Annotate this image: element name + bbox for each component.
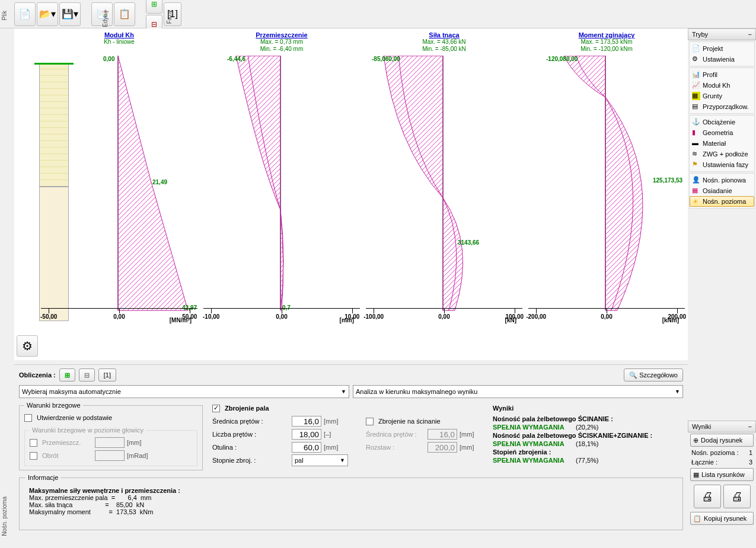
- paste-button[interactable]: 📋: [114, 2, 135, 26]
- results-panel: Wyniki− ⊕Dodaj rysunek Nośn. pozioma :1 …: [688, 338, 756, 526]
- chart-moment: Moment zginający Max. = 173,53 kNm Min. …: [525, 31, 688, 360]
- detail-button[interactable]: 🔍 Szczegółowo: [624, 368, 683, 382]
- reinf-checkbox[interactable]: [212, 405, 220, 412]
- boundary-conditions: Warunki brzegowe Utwierdzenie w podstawi…: [19, 402, 203, 470]
- chart-area: Moduł Kh Kh - liniowe 0,00 21,49 42,97 -…: [14, 28, 688, 360]
- file-label: Plik: [1, 11, 8, 20]
- print-color-button[interactable]: 🖨: [723, 485, 751, 508]
- reinf-degree-dropdown[interactable]: pal▼: [292, 454, 348, 466]
- mode-water[interactable]: ≋ZWG + podłoże: [690, 149, 754, 159]
- copy-icon: 📋: [693, 515, 701, 523]
- cover-input[interactable]: [292, 442, 321, 453]
- calc-remove-button[interactable]: ⊟: [79, 368, 95, 382]
- mode-horizontal[interactable]: ☀Nośn. pozioma: [690, 196, 754, 207]
- info-box: Informacje Maksymalne siły wewnętrzne i …: [19, 474, 683, 530]
- mode-settlement[interactable]: ▦Osiadanie: [690, 185, 754, 196]
- drawing-list-button[interactable]: ▦Lista rysunków: [690, 468, 754, 481]
- chart-displacement: Przemieszczenie Max. = 0,73 mm Min. = -6…: [200, 31, 363, 360]
- calculations-label: Obliczenia :: [19, 371, 56, 379]
- results-box: Wyniki Nośność pala żelbetowego ŚCINANIE…: [488, 402, 683, 470]
- save-file-button[interactable]: 💾▾: [59, 2, 81, 26]
- rot-checkbox: [30, 452, 37, 460]
- side-label: Nośn. pozioma: [1, 496, 8, 536]
- bar-count-input[interactable]: [292, 429, 321, 440]
- print-button[interactable]: 🖨: [694, 485, 721, 508]
- analysis-dir-dropdown[interactable]: Analiza w kierunku maksymalnego wyniku▼: [353, 385, 683, 398]
- mode-kh[interactable]: 📈Moduł Kh: [690, 80, 754, 91]
- mode-geometry[interactable]: ▮Geometria: [690, 127, 754, 138]
- spacing-input: [428, 442, 457, 453]
- mode-settings[interactable]: ⚙Ustawienia: [690, 54, 754, 65]
- base-fix-checkbox[interactable]: [24, 414, 32, 422]
- modes-header: Tryby−: [688, 28, 756, 40]
- chevron-down-icon: ▼: [675, 389, 680, 395]
- detail-icon: 🔍: [629, 371, 637, 379]
- mode-assign[interactable]: ▤Przyporządkow.: [690, 101, 754, 112]
- phase-label: Faza: [166, 11, 173, 24]
- max-select-dropdown[interactable]: Wybieraj maksyma automatycznie▼: [19, 385, 349, 398]
- add-icon: ⊕: [693, 437, 698, 444]
- shear-reinf-checkbox[interactable]: [366, 418, 374, 425]
- mode-profile[interactable]: 📊Profil: [690, 69, 754, 80]
- mode-soils[interactable]: ▦Grunty: [690, 91, 754, 101]
- chart-modul-kh: Moduł Kh Kh - liniowe 0,00 21,49 42,97 -…: [38, 31, 200, 360]
- bottom-panel: Obliczenia : ⊞ ⊟ [1] 🔍 Szczegółowo Wybie…: [14, 364, 688, 548]
- edit-label: Edytuj: [102, 11, 109, 27]
- minimize-icon[interactable]: −: [748, 31, 752, 38]
- minimize-icon[interactable]: −: [748, 423, 752, 430]
- calc-phase-button[interactable]: [1]: [98, 368, 116, 382]
- shear-dia-input: [428, 429, 457, 440]
- calc-add-button[interactable]: ⊞: [59, 368, 75, 382]
- add-drawing-button[interactable]: ⊕Dodaj rysunek: [690, 434, 754, 447]
- phase-add-button[interactable]: ⊞: [146, 0, 162, 14]
- chevron-down-icon: ▼: [341, 389, 346, 395]
- bar-dia-input[interactable]: [292, 416, 321, 427]
- chart-subtitle: Kh - liniowe: [41, 39, 197, 46]
- open-file-button[interactable]: 📂▾: [37, 2, 58, 26]
- disp-input: [95, 437, 125, 448]
- reinforcement: Zbrojenie pala Średnica prętów :[mm] Lic…: [208, 402, 483, 470]
- disp-checkbox: [30, 439, 37, 447]
- rot-input: [95, 450, 125, 461]
- mode-project[interactable]: 📄Projekt: [690, 43, 754, 54]
- mode-load[interactable]: ⚓Obciążenie: [690, 117, 754, 127]
- main-toolbar: Plik 📄 📂▾ 💾▾ Edytuj 📑 📋 Faza ⊞ ⊟ [1]: [0, 0, 756, 28]
- copy-drawing-button[interactable]: 📋Kopiuj rysunek: [690, 512, 754, 525]
- mode-phase-settings[interactable]: ⚑Ustawienia fazy: [690, 159, 754, 170]
- settings-gear-button[interactable]: ⚙: [17, 335, 38, 357]
- chart-shear: Siła tnąca Max. = 43,66 kN Min. = -85,00…: [363, 31, 525, 360]
- list-icon: ▦: [693, 471, 699, 479]
- chart-title: Moduł Kh: [41, 31, 197, 39]
- new-file-button[interactable]: 📄: [14, 2, 36, 26]
- mode-material[interactable]: ▬Materiał: [690, 138, 754, 149]
- mode-vertical[interactable]: 👤Nośn. pionowa: [690, 175, 754, 185]
